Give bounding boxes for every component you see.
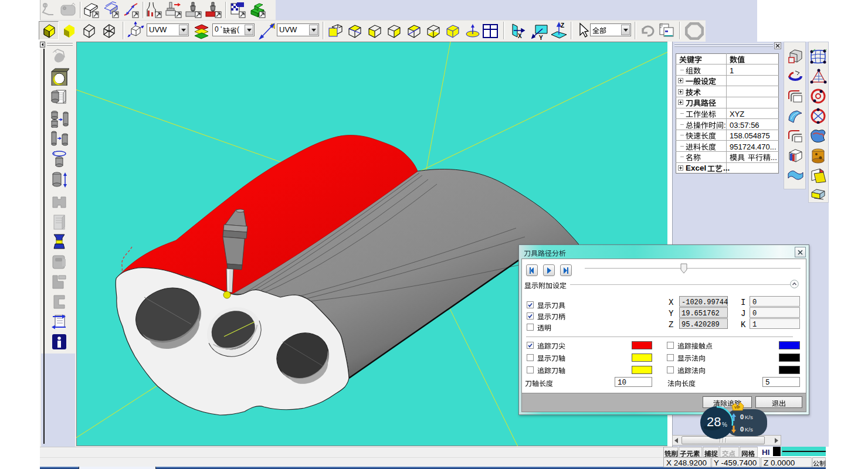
svg-text:Y: Y bbox=[539, 35, 543, 40]
svg-text:Z: Z bbox=[561, 22, 564, 29]
svg-text:VIP: VIP bbox=[734, 406, 740, 409]
svg-text:X: X bbox=[518, 33, 522, 39]
